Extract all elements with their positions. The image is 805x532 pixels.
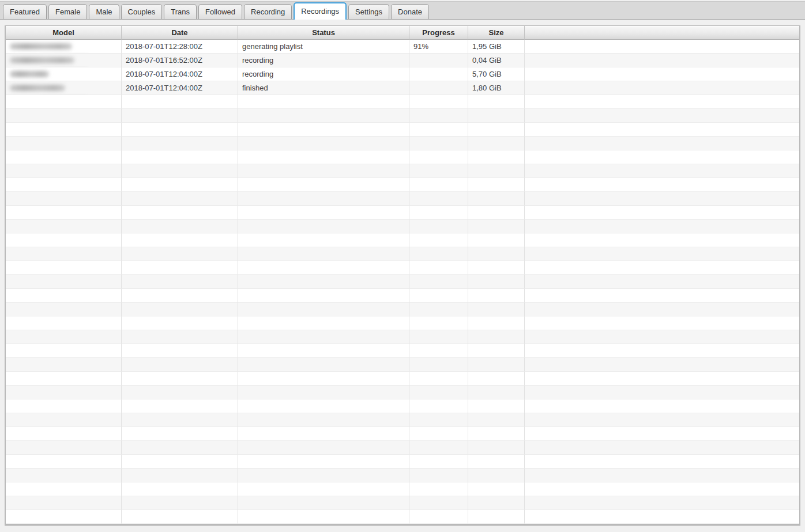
table-body: 2018-07-01T12:28:00Z generating playlist… <box>6 40 799 524</box>
table-row-empty[interactable] <box>6 164 799 178</box>
cell-extra <box>525 427 799 441</box>
table-row-empty[interactable] <box>6 344 799 358</box>
cell-date <box>122 413 238 427</box>
cell-progress <box>409 358 468 372</box>
table-row-empty[interactable] <box>6 289 799 303</box>
cell-status <box>238 247 409 261</box>
tab-label: Followed <box>205 7 235 16</box>
cell-progress <box>409 95 468 109</box>
cell-date <box>122 275 238 289</box>
tab-featured[interactable]: Featured <box>3 4 47 19</box>
cell-date <box>122 192 238 206</box>
cell-model <box>6 358 122 372</box>
tab-settings[interactable]: Settings <box>348 4 389 19</box>
cell-size <box>468 344 525 358</box>
tab-recordings[interactable]: Recordings <box>294 2 347 20</box>
column-header-model[interactable]: Model <box>6 26 122 40</box>
column-header-size[interactable]: Size <box>468 26 525 40</box>
table-row-empty[interactable] <box>6 455 799 469</box>
table-row-empty[interactable] <box>6 399 799 413</box>
tab-trans[interactable]: Trans <box>164 4 197 19</box>
cell-date <box>122 247 238 261</box>
table-row[interactable]: 2018-07-01T12:28:00Z generating playlist… <box>6 40 799 54</box>
recordings-table: Model Date Status Progress Size 2018-07-… <box>5 25 800 526</box>
cell-model <box>6 441 122 455</box>
cell-date <box>122 399 238 413</box>
tab-recording[interactable]: Recording <box>244 4 292 19</box>
cell-size <box>468 358 525 372</box>
cell-model <box>6 123 122 137</box>
cell-model <box>6 247 122 261</box>
tab-followed[interactable]: Followed <box>198 4 242 19</box>
redacted-model-name <box>10 85 65 91</box>
table-row-empty[interactable] <box>6 510 799 524</box>
table-row-empty[interactable] <box>6 150 799 164</box>
table-row-empty[interactable] <box>6 247 799 261</box>
table-row-empty[interactable] <box>6 192 799 206</box>
cell-status <box>238 164 409 178</box>
table-row-empty[interactable] <box>6 496 799 510</box>
tab-label: Couples <box>128 7 156 16</box>
table-row-empty[interactable] <box>6 137 799 150</box>
column-header-status[interactable]: Status <box>238 26 409 40</box>
table-row-empty[interactable] <box>6 275 799 289</box>
cell-model <box>6 220 122 233</box>
tab-label: Trans <box>171 7 190 16</box>
cell-size <box>468 192 525 206</box>
column-header-extra[interactable] <box>525 26 799 40</box>
cell-status <box>238 220 409 233</box>
column-header-progress[interactable]: Progress <box>409 26 468 40</box>
table-header-row: Model Date Status Progress Size <box>6 26 799 40</box>
cell-date <box>122 137 238 150</box>
table-row-empty[interactable] <box>6 316 799 330</box>
table-row-empty[interactable] <box>6 372 799 386</box>
table-row-empty[interactable] <box>6 261 799 275</box>
cell-extra <box>525 510 799 524</box>
cell-date <box>122 178 238 192</box>
cell-extra <box>525 137 799 150</box>
cell-status <box>238 123 409 137</box>
table-row-empty[interactable] <box>6 427 799 441</box>
tab-couples[interactable]: Couples <box>121 4 163 19</box>
column-header-date[interactable]: Date <box>122 26 238 40</box>
table-row-empty[interactable] <box>6 482 799 496</box>
table-row-empty[interactable] <box>6 441 799 455</box>
cell-status <box>238 413 409 427</box>
cell-status <box>238 469 409 482</box>
table-row-empty[interactable] <box>6 413 799 427</box>
table-row[interactable]: 2018-07-01T12:04:00Z finished 1,80 GiB <box>6 81 799 95</box>
table-row-empty[interactable] <box>6 178 799 192</box>
tab-male[interactable]: Male <box>89 4 119 19</box>
table-row-empty[interactable] <box>6 358 799 372</box>
table-row-empty[interactable] <box>6 220 799 233</box>
cell-size <box>468 123 525 137</box>
cell-size: 1,80 GiB <box>468 81 525 95</box>
table-row-empty[interactable] <box>6 469 799 482</box>
cell-size <box>468 164 525 178</box>
table-row-empty[interactable] <box>6 330 799 344</box>
cell-date <box>122 150 238 164</box>
table-row-empty[interactable] <box>6 386 799 399</box>
table-row[interactable]: 2018-07-01T12:04:00Z recording 5,70 GiB <box>6 67 799 81</box>
cell-model <box>6 455 122 469</box>
cell-model <box>6 40 122 54</box>
cell-progress <box>409 275 468 289</box>
cell-progress <box>409 469 468 482</box>
cell-extra <box>525 469 799 482</box>
table-row-empty[interactable] <box>6 123 799 137</box>
cell-status <box>238 95 409 109</box>
table-row-empty[interactable] <box>6 206 799 220</box>
table-row-empty[interactable] <box>6 95 799 109</box>
column-header-label: Date <box>171 28 187 37</box>
cell-status: generating playlist <box>238 40 409 54</box>
table-row-empty[interactable] <box>6 303 799 316</box>
table-row[interactable]: 2018-07-01T16:52:00Z recording 0,04 GiB <box>6 54 799 67</box>
cell-date <box>122 233 238 247</box>
cell-date <box>122 303 238 316</box>
tab-donate[interactable]: Donate <box>391 4 429 19</box>
table-row-empty[interactable] <box>6 233 799 247</box>
table-row-empty[interactable] <box>6 109 799 123</box>
cell-extra <box>525 206 799 220</box>
tab-female[interactable]: Female <box>48 4 87 19</box>
cell-model <box>6 261 122 275</box>
